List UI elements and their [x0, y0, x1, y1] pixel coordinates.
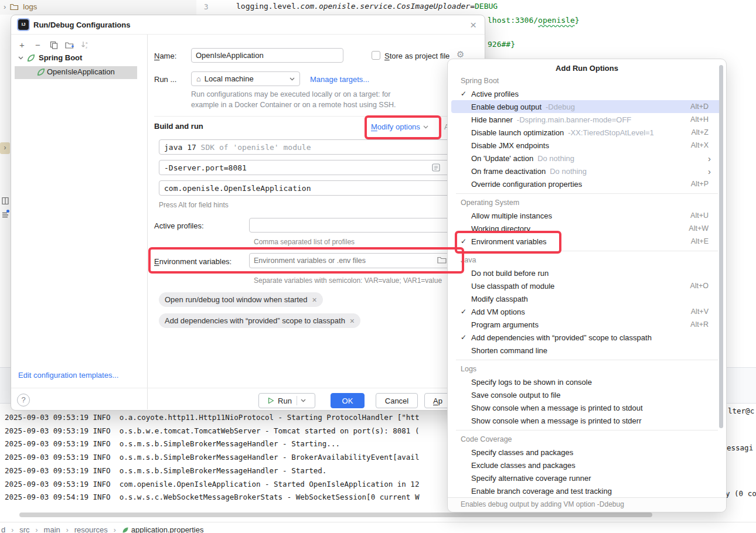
copy-configuration-button[interactable] [49, 40, 59, 50]
section-divider [154, 116, 485, 117]
menu-item[interactable]: Logs [451, 363, 723, 375]
help-button[interactable]: ? [17, 394, 30, 406]
menu-item[interactable]: Spring Boot [451, 74, 723, 87]
chevron-right-icon: › [114, 526, 116, 533]
breadcrumb-item[interactable]: src› [19, 525, 39, 533]
project-panel-strip: › logs [0, 0, 196, 15]
jdk-field[interactable]: java 17 SDK of 'openisle' module [159, 139, 475, 155]
remove-configuration-button[interactable]: − [33, 40, 43, 50]
edit-configuration-templates-link[interactable]: Edit configuration templates... [18, 371, 118, 380]
menu-item[interactable]: Code Coverage [451, 433, 723, 446]
menu-item[interactable]: Disable JMX endpoints Alt+X [451, 139, 723, 152]
book-icon[interactable] [1, 197, 9, 205]
menu-item[interactable] [448, 357, 726, 363]
browse-folder-icon[interactable] [437, 256, 447, 264]
menu-item[interactable]: Program arguments Alt+R [451, 318, 723, 331]
menu-item[interactable]: Override configuration properties Alt+P [451, 177, 723, 190]
menu-item[interactable]: Do not build before run [451, 266, 723, 279]
menu-item[interactable]: Shorten command line [451, 344, 723, 357]
menu-item[interactable]: Show console when a message is printed t… [451, 414, 723, 427]
menu-item[interactable]: Exclude classes and packages [451, 459, 723, 472]
button-divider [297, 396, 297, 405]
menu-item-label: Logs [461, 365, 476, 373]
ok-button[interactable]: OK [331, 393, 365, 408]
menu-item[interactable]: Hide banner -Dspring.main.banner-mode=OF… [451, 113, 723, 126]
console-fragment: lter@c [728, 406, 754, 415]
manage-targets-link[interactable]: Manage targets... [310, 75, 369, 84]
tree-item-openisleapplication[interactable]: OpenIsleApplication [37, 67, 115, 76]
menu-item[interactable]: On 'Update' action Do nothing › [451, 152, 723, 165]
close-icon[interactable]: × [470, 19, 476, 32]
sort-configurations-button[interactable]: az [80, 40, 90, 50]
run-target-select[interactable]: ⌂ Local machine [191, 71, 300, 86]
modify-options-link[interactable]: Modify options [371, 122, 428, 131]
tag-chip[interactable]: Add dependencies with “provided” scope t… [159, 313, 360, 328]
folder-icon [10, 3, 19, 11]
project-tree-item-logs[interactable]: › logs [4, 2, 37, 11]
notification-dot [6, 210, 9, 213]
menu-item[interactable]: Specify alternative coverage runner [451, 472, 723, 484]
menu-item[interactable] [448, 427, 726, 433]
horizontal-scrollbar[interactable] [19, 512, 652, 517]
submenu-arrow-icon: › [708, 154, 711, 163]
tree-group-label: Spring Boot [39, 53, 82, 62]
menu-item[interactable]: Specify logs to be shown in console [451, 375, 723, 388]
menu-item[interactable]: ✓ Active profiles [451, 87, 723, 100]
active-profiles-input[interactable] [249, 218, 475, 233]
tree-item-label: OpenIsleApplication [47, 67, 115, 76]
menu-item[interactable]: ✓ Add dependencies with “provided” scope… [451, 331, 723, 344]
run-button[interactable]: Run [258, 393, 315, 408]
breadcrumb-item[interactable]: d› [1, 525, 15, 533]
menu-item[interactable]: Save console output to file [451, 388, 723, 401]
svg-text:z: z [86, 46, 87, 49]
menu-item[interactable]: Allow multiple instances Alt+U [451, 209, 723, 222]
menu-item[interactable]: Show console when a message is printed t… [451, 401, 723, 414]
menu-item[interactable]: Disable launch optimization -XX:TieredSt… [451, 126, 723, 139]
cancel-button[interactable]: Cancel [376, 393, 418, 408]
menu-item[interactable]: Enable branch coverage and test tracking [451, 484, 723, 497]
editor-line-number: 3 [204, 2, 209, 11]
tag-chip[interactable]: Open run/debug tool window when started× [159, 292, 323, 307]
add-run-options-popup: Add Run Options Spring Boot ✓ Active pro… [447, 59, 727, 512]
menu-item[interactable]: Enable debug output -Ddebug Alt+D [451, 100, 723, 113]
popup-scrollbar[interactable] [719, 65, 723, 428]
menu-item-label: On frame deactivation [471, 167, 546, 176]
stripe-chevron-button[interactable]: › [0, 142, 10, 154]
name-input[interactable] [191, 48, 343, 63]
intellij-logo-icon: IJ [18, 19, 29, 30]
menu-item[interactable]: Modify classpath [451, 292, 723, 305]
code-equals: = [470, 2, 475, 11]
add-configuration-button[interactable]: + [17, 40, 27, 50]
menu-item[interactable]: ✓ Add VM options Alt+V [451, 305, 723, 318]
tree-group-spring-boot[interactable]: Spring Boot [18, 53, 82, 62]
main-class-field[interactable]: com.openisle.OpenIsleApplication [159, 180, 475, 196]
menu-item[interactable]: On frame deactivation Do nothing › [451, 165, 723, 177]
project-item-label: logs [23, 2, 37, 11]
store-as-project-file-checkbox[interactable] [372, 51, 380, 60]
menu-item[interactable]: Operating System [451, 196, 723, 209]
chevron-down-icon[interactable] [301, 399, 306, 402]
chevron-right-icon: › [66, 526, 69, 533]
chevron-right-icon: › [4, 2, 6, 11]
menu-item[interactable] [448, 190, 726, 196]
new-folder-button[interactable] [64, 40, 74, 50]
menu-item-label: Active profiles [471, 90, 519, 98]
menu-item[interactable]: Working directory Alt+W [451, 222, 723, 235]
menu-item-shortcut: Alt+H [690, 115, 709, 124]
menu-item-label: Override configuration properties [471, 180, 582, 189]
menu-item[interactable] [448, 248, 726, 254]
menu-item[interactable]: Use classpath of module Alt+O [451, 279, 723, 292]
breadcrumb-item[interactable]: main› [44, 525, 70, 533]
vm-options-field[interactable]: -Dserver.port=8081 [159, 160, 475, 175]
remove-tag-icon[interactable]: × [312, 295, 317, 305]
menu-item[interactable]: ✓ Environment variables Alt+E [451, 235, 723, 248]
svg-text:a: a [86, 41, 88, 45]
remove-tag-icon[interactable]: × [350, 316, 355, 326]
expand-field-icon[interactable] [431, 163, 441, 172]
breadcrumb-item[interactable]: resources› [74, 525, 117, 533]
menu-item[interactable]: Java [451, 254, 723, 266]
menu-item[interactable]: Specify classes and packages [451, 446, 723, 459]
breadcrumb-leaf[interactable]: application.properties [122, 525, 204, 533]
code-value: DEBUG [475, 2, 498, 11]
menu-item-label: Disable JMX endpoints [471, 141, 549, 150]
